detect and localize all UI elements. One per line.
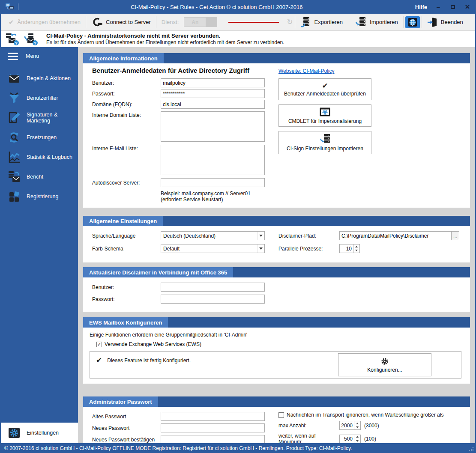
ews-note: Einige Funktionen erfordern eine Gruppen…: [90, 332, 461, 338]
internal-mails-textarea[interactable]: [161, 145, 265, 175]
language-select[interactable]: Deutsch (Deutschland): [161, 231, 265, 240]
service-label: Dienst:: [162, 19, 179, 25]
sidebar-item-ersetzungen[interactable]: Ersetzungen: [1, 128, 78, 147]
status-bar: © 2007-2016 ci solution GmbH - CI-Mail-P…: [1, 443, 475, 453]
resize-grip[interactable]: [469, 447, 474, 452]
sidebar-item-bericht[interactable]: Bericht: [1, 167, 78, 187]
confirm-password-input[interactable]: [161, 435, 265, 443]
export-button[interactable]: Exportieren: [297, 14, 346, 30]
parallel-processes-stepper[interactable]: 10: [339, 244, 360, 253]
menu-button[interactable]: Menu: [1, 47, 78, 65]
toolbar-separator: [156, 16, 156, 28]
service-group: Dienst: An: [158, 14, 221, 30]
confirm-password-label: Neues Passwort bestätigen: [92, 437, 161, 443]
apply-changes-button[interactable]: ✔ Änderungen übernehmen: [5, 14, 84, 30]
check-icon: ✔: [9, 18, 14, 26]
menu-label: Menu: [26, 53, 39, 59]
maximize-button[interactable]: [449, 3, 456, 10]
connect-to-server-label: Connect to Server: [106, 19, 151, 25]
section-allgemeine-einstellungen: Allgemeine Einstellungen Sprache/Languag…: [83, 216, 470, 262]
password-label: Passwort:: [92, 91, 161, 97]
export-server-icon: [300, 17, 311, 27]
stepper-arrows[interactable]: [354, 435, 360, 443]
import-server-icon: [356, 17, 366, 27]
min-continue-stepper[interactable]: 500: [339, 435, 361, 444]
toolbar-separator: [295, 16, 295, 28]
title-bar: CI-Mail-Policy - Set Rules - Get Action …: [1, 0, 475, 14]
parallel-processes-value: 10: [340, 244, 353, 253]
o365-user-input[interactable]: [161, 283, 265, 292]
stepper-arrows[interactable]: [354, 421, 360, 429]
blocks-icon: [6, 190, 22, 203]
toolbar: ✔ Änderungen übernehmen Connect to Serve…: [1, 14, 475, 31]
user-label: Benutzer:: [92, 80, 161, 86]
new-password-input[interactable]: [161, 423, 265, 432]
user-input[interactable]: [161, 78, 265, 87]
toolbar-separator: [403, 16, 404, 28]
replace-icon: [6, 131, 22, 144]
o365-password-input[interactable]: [161, 295, 265, 304]
quit-button[interactable]: Beenden: [424, 14, 467, 30]
toolbar-separator: [422, 16, 422, 28]
ignore-transport-label: Nachrichten im Transport ignorieren, wen…: [287, 412, 443, 418]
close-button[interactable]: ×: [464, 3, 471, 10]
sidebar-item-label: Ersetzungen: [27, 134, 57, 140]
section-allgemeine-informationen: Allgemeine Informationen Benutzer-Anmeld…: [83, 53, 470, 208]
connect-to-server-button[interactable]: Connect to Server: [88, 14, 154, 30]
cmdlet-impersonation-button[interactable]: CMDLET für Impersonalisierung: [278, 104, 371, 127]
configure-button[interactable]: Konfigurieren...: [338, 353, 431, 376]
gear-icon: [6, 427, 22, 439]
toolbar-separator: [86, 16, 86, 28]
cisign-import-label: CI-Sign Einstellungen importieren: [287, 146, 363, 152]
import-button[interactable]: Importieren: [352, 14, 401, 30]
sidebar-item-label: Bericht: [27, 174, 43, 180]
cmdlet-impersonation-label: CMDLET für Impersonalisierung: [288, 118, 362, 124]
o365-user-label: Benutzer:: [92, 284, 161, 290]
globe-icon: [408, 18, 417, 27]
sidebar-item-regeln-aktionen[interactable]: Regeln & Aktionen: [1, 69, 78, 88]
website-button[interactable]: [405, 16, 420, 28]
old-password-input[interactable]: [161, 412, 265, 421]
minimize-button[interactable]: –: [435, 3, 442, 10]
app-icon: [5, 3, 15, 11]
server-import-icon: [320, 134, 331, 144]
max-count-hint: (3000): [364, 423, 379, 429]
report-icon: [6, 170, 22, 183]
website-link[interactable]: Webseite: CI-Mail-Policy: [278, 68, 334, 74]
disclaimer-path-input[interactable]: [339, 231, 452, 240]
browse-button[interactable]: ...: [452, 231, 459, 240]
ews-status-box: ✔ Dieses Feature ist fertig Konfiguriert…: [90, 351, 461, 378]
ignore-transport-checkbox[interactable]: [278, 412, 284, 418]
section-office365-disclaimer: Aktualisiere Disclaimer in Verbindung mi…: [83, 267, 470, 312]
check-icon: ✔: [322, 82, 328, 89]
color-scheme-select[interactable]: Default: [161, 244, 265, 253]
service-toggle[interactable]: An: [184, 17, 217, 27]
sidebar-item-registrierung[interactable]: Registrierung: [1, 187, 78, 206]
sidebar-item-statistik-logbuch[interactable]: Statistik & Logbuch: [1, 147, 78, 167]
ews-checkbox[interactable]: ✓: [96, 342, 102, 347]
autodiscover-input[interactable]: [161, 178, 265, 187]
status-text: © 2007-2016 ci solution GmbH - CI-Mail-P…: [4, 445, 352, 451]
sidebar-item-benutzerfilter[interactable]: Benutzerfilter: [1, 88, 78, 108]
section-administrator-passwort: Administrator Passwort Altes Passwort Ne…: [83, 396, 470, 443]
stepper-arrows[interactable]: [353, 244, 359, 253]
internal-domains-textarea[interactable]: [161, 111, 265, 142]
connection-banner: ? ? CI-Mail-Policy - Administratorkonsol…: [1, 31, 475, 47]
mail-icon: [6, 72, 22, 85]
verify-credentials-button[interactable]: ✔ Benutzer-Anmeldedaten überprüfen: [278, 78, 371, 100]
domain-input[interactable]: [161, 100, 265, 109]
sidebar-item-signaturen-marketing[interactable]: Signaturen & Marketing: [1, 108, 78, 128]
plug-icon: [91, 17, 102, 27]
verify-credentials-label: Benutzer-Anmeldedaten überprüfen: [284, 91, 366, 97]
help-button[interactable]: Hilfe: [415, 4, 427, 10]
max-count-stepper[interactable]: 2000: [339, 421, 361, 430]
exit-door-icon: [427, 17, 437, 27]
refresh-icon[interactable]: ↻: [287, 18, 293, 27]
sidebar-item-label: Benutzerfilter: [27, 95, 58, 101]
progress-line: [228, 22, 279, 23]
apply-changes-label: Änderungen übernehmen: [18, 19, 81, 25]
cisign-import-button[interactable]: CI-Sign Einstellungen importieren: [278, 131, 371, 154]
password-input[interactable]: [161, 89, 265, 98]
dropdown-arrow-icon: [257, 232, 264, 240]
sidebar-item-einstellungen[interactable]: Einstellungen: [1, 423, 78, 443]
